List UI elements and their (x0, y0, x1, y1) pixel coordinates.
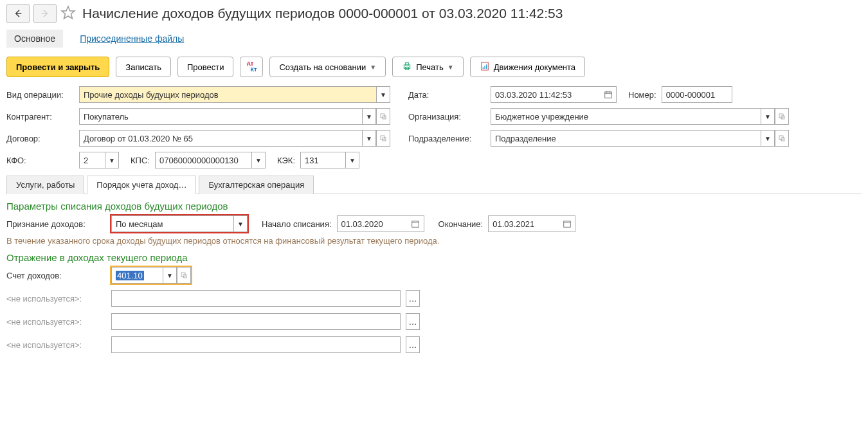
counterparty-label: Контрагент: (6, 112, 74, 122)
chevron-down-icon: ▼ (370, 64, 376, 71)
print-button[interactable]: Печать ▼ (392, 57, 464, 77)
open-icon[interactable] (775, 130, 789, 147)
dropdown-icon[interactable]: ▼ (163, 267, 177, 284)
end-date-field[interactable]: 01.03.2021 (488, 215, 575, 232)
report-icon (480, 61, 490, 73)
dropdown-icon[interactable]: ▼ (761, 108, 775, 125)
svg-rect-20 (563, 221, 570, 227)
calendar-icon[interactable] (408, 215, 424, 232)
account-label: Счет доходов: (6, 271, 106, 280)
main-tab-files[interactable]: Присоединенные файлы (72, 30, 192, 48)
start-date-field[interactable]: 01.03.2020 (337, 215, 424, 232)
recognition-input[interactable]: По месяцам (111, 215, 233, 232)
contract-combo[interactable]: Договор от 01.03.2020 № 65 ▼ (79, 130, 390, 147)
kps-label: КПС: (131, 156, 150, 165)
counterparty-input[interactable]: Покупатель (79, 108, 362, 125)
open-icon[interactable] (376, 108, 390, 125)
open-icon[interactable] (775, 108, 789, 125)
unused-label-3: <не используется>: (6, 340, 106, 350)
unused-input-1[interactable] (111, 290, 401, 307)
kfo-combo[interactable]: 2 ▼ (79, 152, 119, 168)
chevron-down-icon: ▼ (448, 64, 454, 71)
org-input[interactable]: Бюджетное учреждение (491, 108, 761, 125)
counterparty-combo[interactable]: Покупатель ▼ (79, 108, 390, 125)
start-label: Начало списания: (262, 219, 332, 229)
dept-label: Подразделение: (408, 134, 479, 143)
org-label: Организация: (408, 112, 479, 122)
ellipsis-button[interactable]: … (406, 336, 420, 353)
section1-hint: В течение указанного срока доходы будущи… (6, 236, 862, 246)
kps-combo[interactable]: 07060000000000130 ▼ (155, 152, 266, 168)
dropdown-icon[interactable]: ▼ (345, 152, 359, 168)
create-based-on-label: Создать на основании (279, 62, 366, 72)
svg-rect-9 (486, 64, 487, 69)
op-type-label: Вид операции: (6, 90, 74, 100)
document-movements-button[interactable]: Движения документа (470, 57, 585, 77)
svg-rect-8 (484, 66, 485, 69)
recognition-combo[interactable]: По месяцам ▼ (111, 215, 248, 232)
end-label: Окончание: (439, 219, 484, 229)
recognition-label: Признание доходов: (6, 219, 106, 229)
op-type-combo[interactable]: Прочие доходы будущих периодов ▼ (79, 86, 390, 103)
nav-back-button[interactable] (6, 4, 30, 23)
dept-combo[interactable]: Подразделение ▼ (491, 130, 789, 147)
dropdown-icon[interactable]: ▼ (233, 215, 248, 232)
create-based-on-button[interactable]: Создать на основании ▼ (269, 57, 386, 77)
main-tab-main[interactable]: Основное (6, 30, 63, 48)
dept-input[interactable]: Подразделение (491, 130, 761, 147)
nav-forward-button[interactable] (33, 4, 57, 23)
unused-input-2[interactable] (111, 313, 401, 330)
contract-label: Договор: (6, 134, 74, 143)
ellipsis-button[interactable]: … (406, 290, 420, 307)
page-title: Начисление доходов будущих периодов 0000… (82, 6, 563, 21)
open-icon[interactable] (376, 130, 390, 147)
inner-tab-services[interactable]: Услуги, работы (6, 176, 84, 194)
account-combo[interactable]: 401.10 ▼ (111, 267, 191, 284)
inner-tab-income-order[interactable]: Порядок учета доход… (87, 176, 196, 194)
dropdown-icon[interactable]: ▼ (251, 152, 266, 168)
open-icon[interactable] (177, 267, 191, 284)
unused-label-1: <не используется>: (6, 294, 106, 304)
kfo-label: КФО: (6, 156, 74, 165)
number-label: Номер: (628, 90, 656, 100)
print-label: Печать (416, 62, 444, 72)
account-value: 401.10 (116, 271, 144, 280)
ellipsis-button[interactable]: … (406, 313, 420, 330)
kek-input[interactable]: 131 (300, 152, 345, 168)
date-input[interactable]: 03.03.2020 11:42:53 (491, 86, 600, 103)
section2-title: Отражение в доходах текущего периода (6, 252, 862, 263)
svg-rect-4 (406, 62, 409, 64)
op-type-input[interactable]: Прочие доходы будущих периодов (79, 86, 376, 103)
svg-rect-18 (412, 221, 419, 227)
favorite-star-icon[interactable] (60, 5, 76, 23)
save-button[interactable]: Записать (116, 57, 171, 77)
kfo-input[interactable]: 2 (79, 152, 105, 168)
printer-icon (402, 61, 412, 73)
dtkt-icon-button[interactable]: АтКт (240, 57, 263, 77)
start-date-input[interactable]: 01.03.2020 (337, 215, 408, 232)
post-and-close-button[interactable]: Провести и закрыть (6, 57, 109, 77)
inner-tab-accounting-op[interactable]: Бухгалтерская операция (199, 176, 314, 194)
kek-combo[interactable]: 131 ▼ (300, 152, 359, 168)
contract-input[interactable]: Договор от 01.03.2020 № 65 (79, 130, 362, 147)
kek-label: КЭК: (277, 156, 295, 165)
end-date-input[interactable]: 01.03.2021 (488, 215, 559, 232)
dropdown-icon[interactable]: ▼ (761, 130, 775, 147)
date-field[interactable]: 03.03.2020 11:42:53 (491, 86, 617, 103)
post-button[interactable]: Провести (177, 57, 234, 77)
calendar-icon[interactable] (559, 215, 575, 232)
org-combo[interactable]: Бюджетное учреждение ▼ (491, 108, 789, 125)
account-input[interactable]: 401.10 (111, 267, 163, 284)
dropdown-icon[interactable]: ▼ (376, 86, 390, 103)
svg-rect-10 (604, 92, 611, 98)
dropdown-icon[interactable]: ▼ (362, 108, 376, 125)
number-input[interactable]: 0000-000001 (662, 86, 732, 103)
calendar-icon[interactable] (600, 86, 617, 103)
svg-marker-2 (62, 6, 75, 19)
dropdown-icon[interactable]: ▼ (105, 152, 119, 168)
unused-input-3[interactable] (111, 336, 401, 353)
kps-input[interactable]: 07060000000000130 (155, 152, 251, 168)
svg-rect-7 (482, 67, 483, 69)
dropdown-icon[interactable]: ▼ (362, 130, 376, 147)
date-label: Дата: (408, 90, 439, 100)
